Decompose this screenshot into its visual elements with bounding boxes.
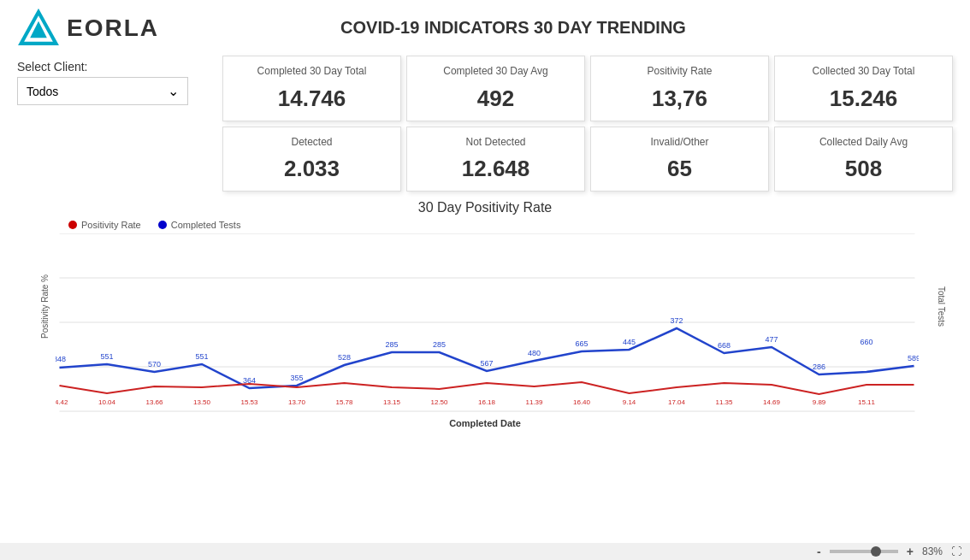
legend-positivity: Positivity Rate (68, 220, 141, 230)
svg-text:13.70: 13.70 (288, 398, 306, 406)
kpi-value-2: 13,76 (604, 85, 755, 112)
completed-dot (158, 221, 167, 229)
kpi-label-5: Not Detected (420, 136, 571, 150)
chevron-down-icon: ⌄ (168, 83, 179, 99)
svg-text:528: 528 (338, 353, 351, 362)
zoom-thumb (871, 546, 881, 557)
svg-text:13.15: 13.15 (383, 398, 401, 406)
svg-text:9.14: 9.14 (623, 398, 636, 406)
kpi-value-6: 65 (604, 156, 755, 182)
chart-title: 30 Day Positivity Rate (17, 200, 953, 215)
svg-text:589: 589 (908, 354, 919, 363)
kpi-completed-total: Completed 30 Day Total 14.746 (222, 56, 401, 121)
page-title: COVID-19 INDICATORS 30 DAY TRENDING (159, 18, 867, 38)
svg-text:16.18: 16.18 (478, 398, 496, 406)
legend-completed-label: Completed Tests (171, 220, 241, 230)
svg-text:364: 364 (243, 376, 256, 385)
logo-area: EORLA (17, 9, 159, 47)
kpi-label-6: Invalid/Other (604, 136, 755, 150)
zoom-plus[interactable]: + (907, 545, 914, 558)
fullscreen-icon[interactable]: ⛶ (951, 545, 961, 557)
logo-icon (17, 9, 60, 47)
client-dropdown[interactable]: Todos ⌄ (17, 77, 188, 105)
chart-section: 30 Day Positivity Rate Positivity Rate C… (17, 200, 953, 428)
svg-text:567: 567 (480, 359, 493, 368)
logo-text: EORLA (67, 15, 159, 42)
kpi-not-detected: Not Detected 12.648 (406, 127, 585, 192)
line-chart[interactable]: 0 25 50 75 100 0 200 400 600 800 (56, 233, 919, 413)
svg-text:355: 355 (290, 374, 303, 382)
zoom-bar: - + 83% ⛶ (0, 543, 970, 560)
svg-text:285: 285 (433, 340, 446, 349)
svg-text:285: 285 (385, 340, 398, 349)
svg-text:15.78: 15.78 (335, 398, 353, 406)
svg-text:13.50: 13.50 (193, 398, 211, 406)
kpi-collected-avg: Collected Daily Avg 508 (774, 127, 953, 192)
kpi-value-0: 14.746 (236, 85, 387, 112)
kpi-detected: Detected 2.033 (222, 127, 401, 192)
kpi-label-2: Positivity Rate (604, 65, 755, 79)
legend-completed: Completed Tests (158, 220, 241, 230)
svg-text:17.04: 17.04 (668, 398, 686, 406)
svg-text:480: 480 (528, 349, 541, 357)
svg-text:660: 660 (860, 338, 872, 346)
legend-positivity-label: Positivity Rate (81, 220, 141, 230)
svg-text:14.69: 14.69 (763, 398, 781, 406)
svg-text:14.42: 14.42 (56, 398, 68, 406)
svg-text:551: 551 (100, 352, 113, 361)
svg-text:16.40: 16.40 (573, 398, 591, 406)
zoom-level: 83% (922, 545, 943, 557)
client-value: Todos (27, 85, 58, 98)
svg-text:445: 445 (623, 338, 636, 346)
svg-text:13.66: 13.66 (145, 398, 163, 406)
kpi-value-4: 2.033 (236, 156, 387, 182)
kpi-label-0: Completed 30 Day Total (236, 65, 387, 79)
svg-text:848: 848 (56, 355, 66, 363)
svg-text:15.11: 15.11 (858, 398, 876, 406)
svg-text:9.89: 9.89 (813, 398, 826, 406)
client-label: Select Client: (17, 60, 205, 74)
svg-text:570: 570 (148, 360, 161, 368)
svg-text:10.04: 10.04 (98, 398, 116, 406)
y-axis-left-label: Positivity Rate % (40, 274, 50, 339)
kpi-value-5: 12.648 (420, 156, 571, 182)
svg-text:665: 665 (575, 339, 588, 348)
kpi-value-1: 492 (420, 85, 571, 112)
kpi-completed-avg: Completed 30 Day Avg 492 (406, 56, 585, 121)
y-axis-right-label: Total Tests (937, 286, 946, 327)
chart-legend: Positivity Rate Completed Tests (17, 220, 953, 230)
svg-text:12.50: 12.50 (430, 398, 448, 406)
svg-text:11.35: 11.35 (715, 398, 733, 406)
kpi-label-1: Completed 30 Day Avg (420, 65, 571, 79)
svg-text:372: 372 (670, 316, 683, 325)
x-axis-label: Completed Date (17, 418, 953, 428)
svg-text:11.39: 11.39 (525, 398, 543, 406)
positivity-dot (68, 221, 77, 229)
kpi-value-7: 508 (788, 156, 939, 182)
kpi-invalid: Invalid/Other 65 (590, 127, 769, 192)
kpi-label-3: Collected 30 Day Total (788, 65, 939, 79)
zoom-slider[interactable] (830, 550, 898, 553)
zoom-minus[interactable]: - (817, 545, 821, 558)
kpi-value-3: 15.246 (788, 85, 939, 112)
svg-text:551: 551 (195, 352, 208, 361)
svg-text:286: 286 (813, 363, 825, 371)
kpi-label-7: Collected Daily Avg (788, 136, 939, 150)
svg-text:477: 477 (765, 335, 778, 344)
kpi-positivity-rate: Positivity Rate 13,76 (590, 56, 769, 121)
svg-text:668: 668 (718, 341, 730, 350)
svg-text:15.53: 15.53 (240, 398, 258, 406)
kpi-label-4: Detected (236, 136, 387, 150)
kpi-collected-total: Collected 30 Day Total 15.246 (774, 56, 953, 121)
